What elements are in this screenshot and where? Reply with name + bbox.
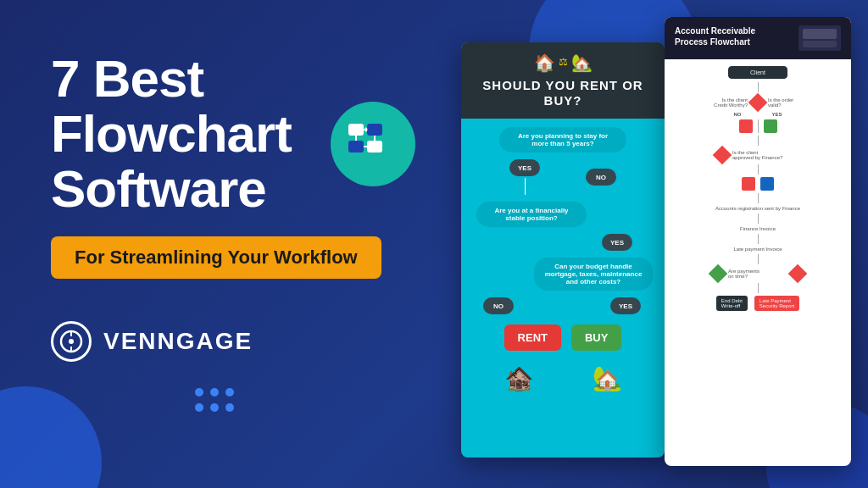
- ar-line8: [758, 283, 759, 293]
- ar-logo-small: [798, 25, 841, 51]
- rb-result-buttons: RENT BUY: [504, 324, 622, 351]
- svg-point-1: [69, 339, 74, 344]
- rb-house-icons-bottom: 🏚️ 🏡: [468, 358, 658, 399]
- ar-row2: Is the clientapproved by Finance?: [670, 148, 846, 162]
- ar-diamond3: [709, 264, 728, 284]
- ar-flow-content: Is the clientCredit Worthy? Is the order…: [670, 96, 846, 311]
- ar-title-line1: Account Receivable: [675, 25, 755, 36]
- house-icons-row: 🏠 ⚖ 🏡: [468, 53, 658, 73]
- ar-body: Client Is the clientCredit Worthy? Is th…: [665, 59, 851, 318]
- ar-diamond4: [788, 264, 808, 284]
- rb-no2: NO: [483, 297, 514, 314]
- svg-rect-5: [367, 124, 382, 136]
- rb-yesno-row1: YES NO: [487, 159, 639, 195]
- svg-rect-4: [348, 124, 364, 136]
- rent-buy-title: SHOULD YOU RENT OR BUY?: [468, 78, 658, 108]
- background: ✦ ✦ 7 Best Flowchart Software For Stream…: [0, 0, 868, 488]
- ar-title-block: Account Receivable Process Flowchart: [675, 25, 755, 47]
- logo-area: VENNGAGE: [51, 321, 492, 362]
- ar-line6: [758, 234, 759, 244]
- rb-question1: Are you planning to stay for more than 5…: [499, 127, 626, 152]
- ar-red-box2: [742, 177, 755, 191]
- ar-end-box2: Late PaymentSecurity Report: [754, 296, 799, 311]
- rb-question2: Are you at a financially stable position…: [476, 202, 587, 227]
- ar-line5: [758, 214, 759, 224]
- decorative-circle-left: [0, 386, 102, 488]
- flowchart-icon-circle: [331, 102, 415, 186]
- ar-red-box1: [739, 119, 753, 133]
- ar-header: Account Receivable Process Flowchart: [665, 17, 851, 59]
- ar-v-line1: [758, 119, 759, 133]
- rent-buy-header: 🏠 ⚖ 🏡 SHOULD YOU RENT OR BUY?: [461, 42, 665, 119]
- rent-house-icon: 🏚️: [504, 364, 534, 392]
- svg-rect-6: [348, 141, 364, 152]
- ar-line4: [758, 193, 759, 203]
- ar-process-note: Accounts registration sent by Finance: [703, 206, 813, 211]
- rb-yes2: YES: [602, 234, 632, 251]
- ar-line7: [758, 254, 759, 264]
- ar-yes-no-labels1: NO YES: [670, 112, 846, 117]
- rent-buy-card: 🏠 ⚖ 🏡 SHOULD YOU RENT OR BUY? Are you pl…: [461, 42, 665, 458]
- rb-yes3: YES: [610, 297, 641, 314]
- ar-diamond1: [748, 93, 768, 113]
- ar-line3: [758, 164, 759, 175]
- ar-flowchart-card: Account Receivable Process Flowchart Cli…: [665, 17, 851, 466]
- venngage-logo-icon: [51, 321, 92, 362]
- ar-finance-label: Finance Invoice: [740, 226, 776, 231]
- ar-row3: Are paymentson time?: [670, 267, 846, 280]
- rent-buy-body: Are you planning to stay for more than 5…: [461, 119, 665, 408]
- rent-result: RENT: [504, 324, 561, 351]
- rb-yes-row: YES: [468, 234, 658, 251]
- ar-row1: Is the clientCredit Worthy? Is the order…: [670, 96, 846, 109]
- ar-green-box1: [764, 119, 777, 133]
- ar-diamond2: [713, 146, 732, 165]
- ar-bottom-boxes: End DebtWrite-off Late PaymentSecurity R…: [716, 296, 799, 311]
- ar-end-box1: End DebtWrite-off: [716, 296, 748, 311]
- buy-house-icon: 🏡: [593, 364, 622, 392]
- rb-yes1: YES: [509, 159, 540, 176]
- ar-late-payment: Late payment Invoice: [733, 247, 782, 252]
- ar-line1: [758, 82, 759, 92]
- ar-boxes-row2: [742, 177, 774, 191]
- ar-boxes-row1: [739, 119, 777, 133]
- ar-line2: [758, 136, 759, 146]
- dots-decoration: [195, 388, 234, 412]
- rb-question3: Can your budget handle mortgage, taxes, …: [534, 258, 653, 291]
- left-content-area: 7 Best Flowchart Software For Streamlini…: [51, 51, 492, 362]
- rb-no-row: NO YES: [468, 297, 658, 314]
- subtitle-badge: For Streamlining Your Workflow: [51, 236, 381, 279]
- page-title: 7 Best Flowchart Software: [51, 51, 492, 216]
- ar-blue-box: [760, 177, 774, 191]
- ar-title-line2: Process Flowchart: [675, 36, 755, 47]
- images-area: 🏠 ⚖ 🏡 SHOULD YOU RENT OR BUY? Are you pl…: [461, 17, 851, 471]
- ar-client-node: Client: [728, 66, 787, 79]
- rb-no1: NO: [586, 169, 616, 186]
- svg-rect-7: [367, 141, 382, 152]
- svg-line-10: [365, 130, 367, 131]
- buy-result: BUY: [571, 324, 621, 351]
- logo-text: VENNGAGE: [103, 328, 253, 355]
